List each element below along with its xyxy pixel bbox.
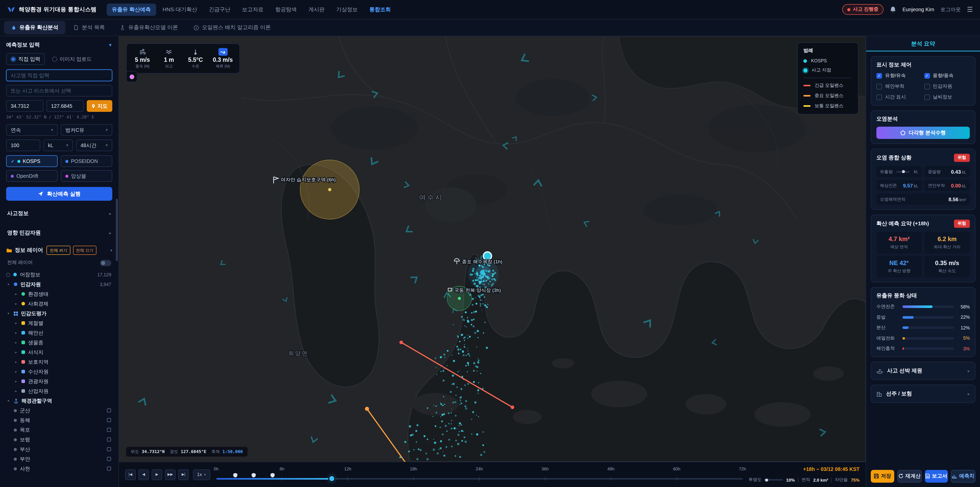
step-back-button[interactable]: ◀ — [138, 469, 149, 480]
longitude-input[interactable] — [46, 100, 84, 112]
model-chip-kosps[interactable]: ✓ KOSPS — [6, 155, 58, 167]
region-map-icon[interactable] — [107, 408, 111, 413]
impact-resources-accordion[interactable]: 영향 민감자원 ▸ — [6, 223, 112, 243]
layer-item-coastguard[interactable]: ▾ 해경관할구역 — [6, 396, 112, 406]
region-map-icon[interactable] — [107, 437, 111, 442]
tab-analysis-list[interactable]: 분석 목록 — [67, 21, 112, 34]
menu-item-aerial[interactable]: 항공탐색 — [270, 3, 302, 16]
expand-icon[interactable]: ▾ — [6, 399, 11, 403]
map-canvas[interactable]: 여자만 습지보호구역 (6h) 여수시 종포 해수욕장 (1h) 국동 전복 양… — [119, 36, 865, 461]
menu-item-weather[interactable]: 기상정보 — [331, 3, 363, 16]
oil-type-select[interactable]: 벙커C유 ▾ — [61, 124, 112, 136]
run-prediction-button[interactable]: 확산예측 실행 — [6, 187, 112, 201]
spill-type-select[interactable]: 연속 ▾ — [6, 124, 58, 136]
layer-item-sensitive[interactable]: ▾ 민감자원 3,947 — [6, 279, 112, 289]
region-map-icon[interactable] — [107, 457, 111, 461]
region-map-icon[interactable] — [107, 447, 111, 452]
sidebar-scrollbar[interactable] — [116, 199, 118, 261]
incident-active-badge[interactable]: 사고 진행중 — [842, 4, 883, 15]
pick-on-map-button[interactable]: 지도 — [87, 100, 112, 112]
logout-button[interactable]: 로그아웃 — [940, 6, 961, 13]
expand-icon[interactable]: ▸ — [14, 350, 18, 354]
all-layers-off-button[interactable]: 전체 끄기 — [73, 246, 96, 255]
expand-icon[interactable]: ▸ — [14, 331, 18, 335]
expand-icon[interactable]: ▸ — [14, 360, 18, 364]
radio-image-upload[interactable]: 이미지 업로드 — [52, 56, 92, 62]
layer-item-gunsan[interactable]: 군산 — [6, 406, 112, 415]
fence-marker-icon[interactable] — [270, 473, 275, 478]
accident-list-input[interactable] — [6, 85, 112, 97]
model-chip-ensemble[interactable]: 앙상블 — [61, 170, 112, 182]
layer-item-socioeconomic[interactable]: ▸ 사회경제 — [6, 299, 112, 308]
timeline-track-wrap[interactable]: 0h 6h 12h 18h 24h 36h 48h 60h 72h — [216, 465, 742, 484]
accident-name-input[interactable] — [6, 69, 112, 81]
expand-icon[interactable]: ▸ — [14, 321, 18, 325]
duration-select[interactable]: 48시간 ▾ — [76, 139, 113, 151]
checkbox-shore-adhesion[interactable]: ✓해안부착 — [877, 83, 922, 90]
expand-icon[interactable]: ▸ — [14, 369, 18, 374]
owner-insurance-section[interactable]: 선주 / 보험 ▸ — [871, 385, 975, 403]
opacity-slider[interactable] — [765, 479, 783, 481]
model-chip-poseidon[interactable]: POSEIDON — [61, 155, 112, 167]
recalculate-button[interactable]: 재계산 — [897, 469, 922, 482]
skip-end-button[interactable]: ▶| — [178, 469, 189, 480]
layer-item-fisheries-resource[interactable]: ▸ 수산자원 — [6, 367, 112, 377]
all-layers-on-button[interactable]: 전체 켜기 — [47, 246, 70, 255]
checkbox-time-display[interactable]: ✓시간 표시 — [877, 94, 922, 101]
expand-icon[interactable]: ▸ — [14, 302, 18, 306]
expand-icon[interactable]: ▸ — [14, 379, 18, 383]
fence-marker-icon[interactable] — [233, 473, 237, 478]
layer-item-boryeong[interactable]: 보령 — [6, 435, 112, 444]
save-button[interactable]: 저장 — [871, 469, 894, 482]
fence-marker-icon[interactable] — [251, 473, 256, 478]
menu-item-reports[interactable]: 보고자료 — [237, 3, 269, 16]
menu-item-board[interactable]: 게시판 — [303, 3, 329, 16]
expand-icon[interactable]: ▸ — [14, 340, 18, 345]
layer-item-species[interactable]: ▸ 생물종 — [6, 338, 112, 347]
bell-icon[interactable] — [890, 6, 896, 13]
master-layer-toggle[interactable] — [100, 260, 111, 266]
layer-item-fishery[interactable]: 어장정보 17,129 — [6, 270, 112, 279]
skip-start-button[interactable]: |◀ — [125, 469, 136, 480]
region-map-icon[interactable] — [107, 418, 111, 422]
checkbox-weather-info[interactable]: ✓날씨정보 — [924, 94, 970, 101]
layer-item-ecology[interactable]: ▸ 환경생태 — [6, 289, 112, 299]
layer-item-sacheon[interactable]: 사천 — [6, 464, 112, 473]
expand-icon[interactable]: ▾ — [6, 282, 11, 286]
layer-item-seasonal[interactable]: ▸ 계절별 — [6, 318, 112, 328]
polygon-analysis-button[interactable]: 다각형 분석수행 — [877, 127, 970, 139]
predict-input-header[interactable]: 예측정보 입력 ▼ — [6, 42, 112, 48]
layer-item-mokpo[interactable]: 목포 — [6, 425, 112, 435]
checkbox-sensitive-resources[interactable]: ✓민감자원 — [924, 83, 970, 90]
menu-item-rescue[interactable]: 긴급구난 — [204, 3, 235, 16]
play-button[interactable]: ▶ — [151, 469, 162, 480]
region-map-icon[interactable] — [107, 466, 111, 471]
ship-spec-section[interactable]: 사고 선박 제원 ▸ — [871, 362, 975, 380]
prediction-button[interactable]: 예측치 — [951, 469, 976, 482]
spill-amount-slider[interactable] — [896, 171, 909, 172]
layer-item-buan[interactable]: 부안 — [6, 454, 112, 464]
latitude-input[interactable] — [6, 100, 43, 112]
user-name[interactable]: Eunjeong Kim — [902, 6, 934, 12]
speed-select[interactable]: 1x ▾ — [193, 469, 210, 480]
checkbox-current[interactable]: ✓유향/유속 — [877, 72, 922, 79]
layer-item-donghae[interactable]: 동해 — [6, 415, 112, 425]
menu-item-hns[interactable]: HNS·대기확산 — [158, 3, 202, 16]
tab-model-theory[interactable]: 유출유확산모델 이론 — [113, 21, 185, 34]
region-map-icon[interactable] — [107, 428, 111, 432]
report-button[interactable]: 보고서 — [924, 469, 948, 482]
palette-button[interactable] — [126, 71, 137, 82]
layer-item-sensitivity-eval[interactable]: ▾ 민감도평가 — [6, 308, 112, 318]
menu-item-integrated[interactable]: 통합조회 — [364, 3, 396, 16]
tab-boom-algorithm-theory[interactable]: 오일펜스 배치 알고리즘 이론 — [186, 21, 278, 34]
fast-forward-button[interactable]: ▶▶ — [165, 469, 176, 480]
layer-item-habitat[interactable]: ▸ 서식지 — [6, 347, 112, 357]
hamburger-menu-icon[interactable]: ☰ — [967, 6, 973, 13]
layer-item-tourism[interactable]: ▸ 관광자원 — [6, 377, 112, 386]
expand-icon[interactable]: ▸ — [14, 389, 18, 393]
tab-analysis-summary[interactable]: 분석 요약 — [866, 36, 980, 51]
accident-info-accordion[interactable]: 사고정보 ▸ — [6, 204, 112, 223]
tab-diffusion-analysis[interactable]: 유출유 확산분석 — [4, 21, 65, 34]
layer-item-protected-area[interactable]: ▸ 보호지역 — [6, 357, 112, 367]
layer-item-busan[interactable]: 부산 — [6, 444, 112, 454]
